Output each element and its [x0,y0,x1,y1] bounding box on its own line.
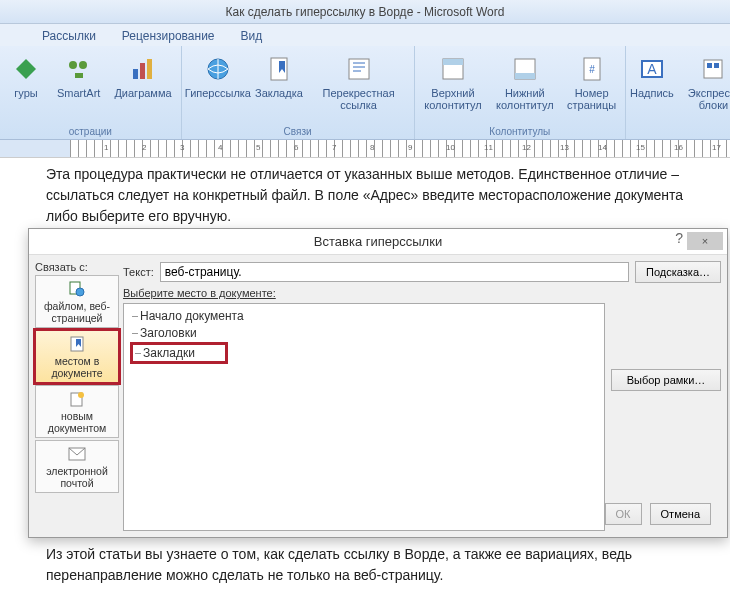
menu-tab[interactable]: Вид [229,26,275,46]
cancel-button[interactable]: Отмена [650,503,711,525]
dialog-title: Вставка гиперссылки ? × [29,229,727,255]
link-to-label: Связать с: [35,261,119,273]
svg-rect-12 [443,59,463,65]
svg-rect-19 [704,60,722,78]
svg-text:#: # [589,64,595,75]
pagenum-icon: # [576,53,608,85]
svg-point-27 [78,392,84,398]
ruler: 1234567891011121314151617 [0,140,730,158]
ribbon-smartart[interactable]: SmartArt [52,48,105,124]
tree-item[interactable]: Заголовки [130,325,598,342]
textbox-icon: A [636,53,668,85]
ribbon-bookmark[interactable]: Закладка [254,48,303,124]
ribbon-footer[interactable]: Нижний колонтитул [491,48,558,124]
svg-rect-14 [515,73,535,79]
svg-rect-10 [349,59,369,79]
text-label: Текст: [123,266,154,278]
svg-point-2 [79,61,87,69]
menu-tabs: Рассылки Рецензирование Вид [0,24,730,46]
ribbon-crossref[interactable]: Перекрестная ссылка [308,48,410,124]
menu-tab[interactable]: Рассылки [30,26,108,46]
svg-point-23 [76,288,84,296]
document-tree[interactable]: Начало документа Заголовки Закладки [123,303,605,531]
crossref-icon [343,53,375,85]
close-button[interactable]: × [687,232,723,250]
dialog-main: Текст: Подсказка… Выберите место в докум… [123,261,721,531]
ribbon-group-label: Связи [186,124,410,139]
hyperlink-dialog: Вставка гиперссылки ? × Связать с: файло… [28,228,728,538]
link-to-email[interactable]: электронной почтой [35,440,119,493]
header-icon [437,53,469,85]
link-text-input[interactable] [160,262,629,282]
paragraph: Эта процедура практически не отличается … [46,164,700,227]
svg-rect-6 [147,59,152,79]
quickparts-icon [697,53,729,85]
email-icon [67,444,87,464]
svg-rect-21 [714,63,719,68]
svg-rect-4 [133,69,138,79]
chart-icon [127,53,159,85]
ribbon-group-label [630,135,730,139]
link-icon [202,53,234,85]
bookmark-doc-icon [67,334,87,354]
ribbon-pagenum[interactable]: #Номер страницы [562,48,621,124]
ribbon-header[interactable]: Верхний колонтитул [419,48,488,124]
svg-rect-20 [707,63,712,68]
window-title: Как сделать гиперссылку в Ворде - Micros… [0,0,730,24]
bookmark-icon [263,53,295,85]
shape-icon [10,53,42,85]
ribbon-link[interactable]: Гиперссылка [186,48,251,124]
footer-icon [509,53,541,85]
svg-point-1 [69,61,77,69]
svg-rect-3 [75,73,83,78]
svg-marker-0 [16,59,36,79]
tree-item-bookmarks[interactable]: Закладки [130,342,228,365]
link-to-file-web[interactable]: файлом, веб-страницей [35,275,119,328]
ribbon-group-label: острации [4,124,177,139]
ribbon-shape[interactable]: гуры [4,48,48,124]
help-button[interactable]: ? [675,230,683,246]
ribbon: гурыSmartArtДиаграммаострацииГиперссылка… [0,46,730,140]
menu-tab[interactable]: Рецензирование [110,26,227,46]
ribbon-chart[interactable]: Диаграмма [109,48,176,124]
hint-button[interactable]: Подсказка… [635,261,721,283]
document-body: Эта процедура практически не отличается … [0,158,730,227]
link-to-panel: Связать с: файлом, веб-страницей местом … [35,261,119,531]
tree-item[interactable]: Начало документа [130,308,598,325]
ribbon-quickparts[interactable]: Экспресс-блоки [678,48,730,135]
svg-rect-5 [140,63,145,79]
globe-file-icon [67,279,87,299]
svg-text:A: A [647,61,657,77]
smartart-icon [63,53,95,85]
link-to-place-in-doc[interactable]: местом в документе [35,330,119,383]
new-doc-icon [67,389,87,409]
ribbon-textbox[interactable]: AНадпись [630,48,674,135]
ribbon-group-label: Колонтитулы [419,124,621,139]
ok-button[interactable]: ОК [605,503,642,525]
link-to-new-doc[interactable]: новым документом [35,385,119,438]
frame-button[interactable]: Выбор рамки… [611,369,721,391]
paragraph: Из этой статьи вы узнаете о том, как сде… [46,544,710,586]
